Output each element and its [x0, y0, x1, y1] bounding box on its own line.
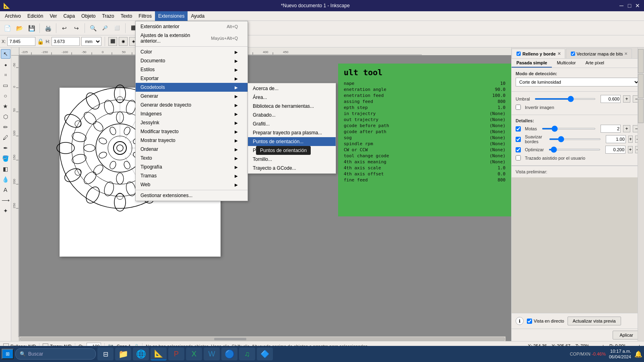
- scrollbar-track[interactable]: [20, 337, 505, 341]
- taskbar-search[interactable]: 🔍 Buscar: [15, 348, 96, 360]
- toolbar-save[interactable]: 💾: [26, 23, 37, 34]
- tool-bucket[interactable]: 🪣: [1, 154, 10, 163]
- sub-tab-arte-pixel[interactable]: Arte píxel: [581, 59, 609, 68]
- menu-web[interactable]: Web ▶: [136, 180, 248, 189]
- clock[interactable]: 10:17 a.m. 06/04/2024: [609, 348, 631, 360]
- suavizar-input[interactable]: [606, 135, 626, 143]
- tool-spray[interactable]: ✦: [1, 206, 10, 216]
- close-button[interactable]: ✕: [634, 2, 641, 9]
- menu-ayuda[interactable]: Ayuda: [188, 11, 208, 21]
- menu-capa[interactable]: Capa: [60, 11, 78, 21]
- side-tab-1[interactable]: [638, 49, 644, 73]
- umbral-slider[interactable]: [535, 98, 596, 100]
- tool-calligraphy[interactable]: ✒: [1, 143, 10, 153]
- menu-exportar[interactable]: Exportar ▶: [136, 74, 248, 83]
- menu-archivo[interactable]: Archivo: [2, 11, 24, 21]
- tool-gradient[interactable]: ◧: [1, 164, 10, 174]
- maximize-button[interactable]: □: [626, 2, 633, 9]
- umbral-increment[interactable]: +: [623, 95, 630, 103]
- submenu-grabado[interactable]: Grabado...: [248, 111, 336, 119]
- menu-estilos[interactable]: Estilos ▶: [136, 65, 248, 74]
- detect-mode-select[interactable]: Corte de luminosidad Detección de bordes…: [516, 78, 640, 86]
- taskbar-file-explorer[interactable]: 📁: [115, 348, 131, 360]
- menu-ajustes-extension[interactable]: Ajustes de la extensión anterior... Mayú…: [136, 31, 248, 45]
- submenu-graffiti[interactable]: Grafiti...: [248, 119, 336, 128]
- optimizar-slider[interactable]: [549, 149, 601, 150]
- live-checkbox[interactable]: [527, 319, 532, 324]
- snap-btn2[interactable]: ◉: [119, 37, 128, 46]
- submenu-area[interactable]: Área...: [248, 93, 336, 102]
- submenu-puntos-dxf[interactable]: Puntos DXF...: [248, 146, 336, 155]
- submenu-biblioteca[interactable]: Biblioteca de herramientas...: [248, 102, 336, 111]
- tool-text[interactable]: A: [1, 185, 10, 195]
- apply-button[interactable]: Aplicar: [613, 331, 640, 339]
- taskbar-chrome[interactable]: 🔵: [221, 348, 237, 360]
- toolbar-redo[interactable]: ↪: [71, 23, 82, 34]
- tool-circle[interactable]: ○: [1, 91, 10, 101]
- taskbar-edge[interactable]: 🌐: [133, 348, 149, 360]
- menu-documento[interactable]: Documento ▶: [136, 56, 248, 65]
- menu-tramas[interactable]: Tramas ▶: [136, 171, 248, 180]
- tool-3d[interactable]: ⬡: [1, 112, 10, 121]
- menu-gestionar[interactable]: Gestionar extensiones...: [136, 191, 248, 200]
- menu-extension-anterior[interactable]: Extensión anterior Alt+Q: [136, 22, 248, 31]
- taskbar-dev[interactable]: 🔷: [257, 348, 273, 360]
- umbral-input[interactable]: [601, 95, 621, 103]
- menu-tipografia[interactable]: Tipografía ▶: [136, 162, 248, 171]
- tool-select[interactable]: ↖: [1, 49, 10, 59]
- trazado-checkbox[interactable]: [516, 155, 521, 160]
- motas-checkbox[interactable]: [516, 126, 521, 132]
- y-input[interactable]: [52, 37, 80, 46]
- tool-dropper[interactable]: 💧: [1, 175, 10, 184]
- minimize-button[interactable]: ─: [618, 2, 625, 9]
- optimizar-input[interactable]: [605, 146, 625, 154]
- submenu-tornillo[interactable]: Tornillo...: [248, 155, 336, 164]
- menu-texto[interactable]: Texto: [118, 11, 136, 21]
- x-input[interactable]: [7, 37, 35, 46]
- menu-imagenes[interactable]: Imágenes ▶: [136, 109, 248, 118]
- tab-checkbox-relleno[interactable]: [516, 51, 520, 56]
- side-tab-2[interactable]: [638, 74, 644, 98]
- tab-relleno-close[interactable]: ✕: [557, 51, 561, 56]
- taskbar-taskview[interactable]: ⊟: [97, 348, 114, 360]
- menu-edicion[interactable]: Edición: [24, 11, 46, 21]
- invertir-checkbox[interactable]: [516, 105, 521, 110]
- menu-trazo[interactable]: Trazo: [99, 11, 117, 21]
- submenu-plasma[interactable]: Preparar trayecto para plasma...: [248, 128, 336, 137]
- motas-input[interactable]: [601, 125, 621, 133]
- menu-mostrar-trayecto[interactable]: Mostrar trayecto ▶: [136, 136, 248, 145]
- menu-modificar-trayecto[interactable]: Modificar trayecto ▶: [136, 127, 248, 136]
- toolbar-print[interactable]: 🖨️: [42, 23, 54, 34]
- motas-slider[interactable]: [542, 128, 596, 130]
- submenu-puntos-orientacion[interactable]: Puntos de orientación... Puntos de orien…: [248, 137, 336, 146]
- motas-increment[interactable]: +: [623, 125, 630, 132]
- optimizar-checkbox[interactable]: [516, 147, 521, 152]
- notification-icon[interactable]: 🔔: [634, 350, 642, 358]
- sub-tab-multicolor[interactable]: Multicolor: [552, 59, 580, 68]
- toolbar-new[interactable]: 📄: [2, 23, 13, 34]
- menu-texto-ext[interactable]: Texto ▶: [136, 154, 248, 162]
- sub-tab-pasada-simple[interactable]: Pasada simple: [512, 59, 552, 68]
- menu-objeto[interactable]: Objeto: [78, 11, 99, 21]
- unit-select[interactable]: mm px pt: [81, 37, 101, 46]
- menu-ver[interactable]: Ver: [46, 11, 60, 21]
- horizontal-scrollbar[interactable]: [19, 336, 506, 341]
- taskbar-excel[interactable]: X: [186, 348, 202, 360]
- tab-relleno-borde[interactable]: Relleno y borde ✕: [512, 49, 565, 58]
- taskbar-spotify[interactable]: ♫: [239, 348, 255, 360]
- tool-pen[interactable]: 🖊: [1, 133, 10, 142]
- submenu-trayecto-gcode[interactable]: Trayecto a GCode...: [248, 164, 336, 173]
- menu-gcodetools[interactable]: Gcodetools ▶ Acerca de... Área... Biblio…: [136, 83, 248, 92]
- toolbar-zoom-in[interactable]: 🔍: [87, 23, 99, 34]
- toolbar-zoom-out[interactable]: 🔎: [99, 23, 111, 34]
- menu-color[interactable]: Color ▶: [136, 47, 248, 56]
- side-tab-3[interactable]: [638, 99, 644, 123]
- tool-pencil[interactable]: ✏: [1, 122, 10, 132]
- tab-vectorizar-close[interactable]: ✕: [624, 51, 627, 56]
- taskbar-word[interactable]: W: [204, 348, 220, 360]
- update-preview-button[interactable]: Actualizar vista previa: [568, 317, 621, 325]
- tool-connector[interactable]: ⟶: [1, 195, 10, 205]
- tab-checkbox-vectorizar[interactable]: [571, 51, 575, 56]
- snap-btn1[interactable]: ⬛: [108, 37, 117, 46]
- toolbar-open[interactable]: 📂: [14, 23, 25, 34]
